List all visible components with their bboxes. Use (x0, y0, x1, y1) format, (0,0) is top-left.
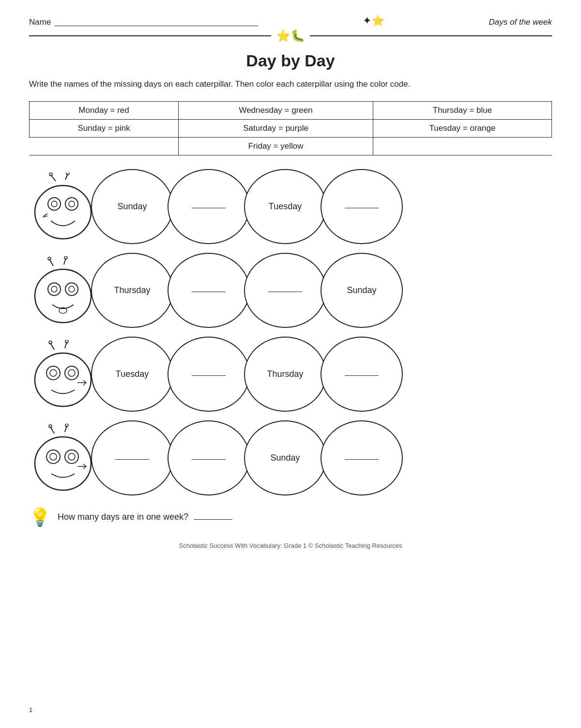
answer-line[interactable] (192, 459, 226, 460)
svg-point-19 (69, 286, 75, 292)
segment-text: Sunday (270, 453, 300, 463)
svg-point-39 (68, 453, 75, 460)
answer-line[interactable] (115, 459, 149, 460)
page-header: Name ✦⭐ Days of the week (29, 15, 552, 27)
caterpillar-2-body: Thursday Sunday (97, 253, 552, 328)
color-row-3: Friday = yellow (30, 137, 552, 155)
color-cell (30, 137, 179, 155)
svg-point-4 (35, 186, 91, 239)
segment-text: Tuesday (269, 201, 302, 212)
caterpillar-head-1 (29, 172, 97, 240)
color-cell: Friday = yellow (179, 137, 373, 155)
body-segment (321, 169, 403, 244)
name-underline (55, 26, 258, 26)
answer-line[interactable] (192, 208, 226, 208)
answer-line[interactable] (192, 292, 226, 292)
caterpillar-1-body: Sunday Tuesday (97, 169, 552, 244)
body-segment: Thursday (91, 253, 173, 328)
bottom-question: 💡 How many days are in one week? (29, 507, 552, 527)
caterpillar-head-3 (29, 340, 97, 408)
svg-point-8 (69, 201, 75, 207)
body-segment (321, 337, 403, 412)
body-segment: Sunday (244, 420, 326, 496)
color-row-1: Monday = red Wednesday = green Thursday … (30, 101, 552, 119)
answer-blank[interactable] (194, 519, 232, 520)
caterpillar-4: Sunday (29, 420, 552, 496)
color-cell: Wednesday = green (179, 101, 373, 119)
body-segment: Tuesday (91, 337, 173, 412)
color-cell: Saturday = purple (179, 119, 373, 137)
body-segment (168, 420, 250, 496)
svg-point-37 (50, 453, 57, 460)
answer-line[interactable] (345, 208, 379, 208)
body-segment (91, 420, 173, 496)
color-cell: Tuesday = orange (373, 119, 551, 137)
svg-point-26 (46, 366, 60, 380)
caterpillar-1: Sunday Tuesday (29, 169, 552, 244)
svg-point-27 (50, 370, 57, 376)
caterpillar-3: Tuesday Thursday (29, 337, 552, 412)
body-segment (321, 420, 403, 496)
color-code-table: Monday = red Wednesday = green Thursday … (29, 101, 552, 155)
color-cell: Thursday = blue (373, 101, 551, 119)
page-title: Day by Day (29, 51, 552, 70)
segment-text: Thursday (114, 285, 150, 295)
instructions: Write the names of the missing days on e… (29, 78, 552, 91)
body-segment: Tuesday (244, 169, 326, 244)
segment-text: Sunday (117, 201, 147, 212)
segment-text: Tuesday (116, 369, 149, 379)
color-row-2: Sunday = pink Saturday = purple Tuesday … (30, 119, 552, 137)
svg-point-29 (68, 370, 75, 376)
answer-line[interactable] (268, 292, 302, 292)
body-segment (168, 253, 250, 328)
svg-point-15 (35, 269, 91, 323)
caterpillar-4-body: Sunday (97, 420, 552, 496)
answer-line[interactable] (345, 459, 379, 460)
body-segment (168, 169, 250, 244)
body-segment: Sunday (321, 253, 403, 328)
question-text: How many days are in one week? (58, 512, 232, 522)
svg-point-3 (66, 172, 69, 175)
caterpillar-2: Thursday Sunday (29, 253, 552, 328)
body-segment: Sunday (91, 169, 173, 244)
days-of-week-label: Days of the week (489, 17, 552, 27)
answer-line[interactable] (345, 375, 379, 376)
svg-line-9 (44, 214, 47, 216)
body-segment: Thursday (244, 337, 326, 412)
svg-point-16 (48, 283, 61, 295)
svg-point-17 (51, 286, 57, 292)
body-segment (168, 337, 250, 412)
color-cell: Monday = red (30, 101, 179, 119)
svg-line-10 (43, 216, 47, 217)
svg-point-28 (65, 366, 78, 380)
segment-text: Sunday (347, 285, 376, 295)
name-field: Name (29, 17, 258, 27)
color-cell (373, 137, 551, 155)
svg-point-35 (35, 437, 91, 490)
svg-point-5 (48, 198, 61, 210)
name-label: Name (29, 17, 51, 27)
answer-line[interactable] (192, 375, 226, 376)
color-cell: Sunday = pink (30, 119, 179, 137)
segment-text: Thursday (267, 369, 303, 379)
footer-text: Scholastic Success With Vocabulary: Grad… (179, 542, 402, 549)
footer: Scholastic Success With Vocabulary: Grad… (29, 542, 552, 549)
lightbulb-icon: 💡 (29, 507, 51, 527)
svg-point-18 (65, 283, 78, 295)
svg-point-6 (51, 201, 57, 207)
caterpillar-head-4 (29, 424, 97, 492)
header-divider: ⭐🐛 (29, 29, 552, 43)
svg-point-38 (65, 450, 78, 464)
svg-point-25 (35, 353, 91, 406)
svg-point-7 (65, 198, 78, 210)
caterpillar-head-2 (29, 256, 97, 324)
svg-point-36 (46, 450, 60, 464)
page-number: 1 (29, 706, 32, 713)
caterpillar-3-body: Tuesday Thursday (97, 337, 552, 412)
body-segment (244, 253, 326, 328)
